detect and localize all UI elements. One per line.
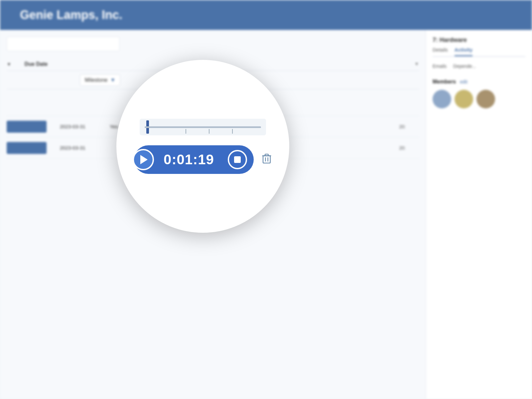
timer-row: 0:01:19: [134, 145, 272, 174]
sub-tabs-row: Emails Depende...: [433, 64, 525, 69]
col-due-date: Due Date: [25, 61, 48, 67]
row-bar-2: [7, 142, 47, 154]
timer-time-display: 0:01:19: [154, 152, 224, 168]
timeline-bar: [145, 126, 261, 128]
row-milestone-1: Yes: [110, 124, 118, 129]
timeline-tick-2: [209, 129, 209, 134]
timer-inner: 0:01:19: [118, 105, 287, 187]
row-date-2: 2023-03-31: [60, 145, 103, 151]
timer-display: 0:01:19: [134, 145, 254, 174]
hardware-title: 7: Hardware: [433, 37, 525, 44]
timer-play-button[interactable]: [133, 149, 154, 170]
timer-delete-button[interactable]: [262, 153, 272, 167]
right-panel: 7: Hardware Details Activity Emails Depe…: [426, 30, 532, 399]
avatar-1: [433, 90, 451, 108]
row-date-1: 2023-03-31: [60, 124, 103, 129]
play-icon: [140, 155, 148, 164]
svg-rect-0: [263, 156, 270, 163]
milestone-funnel-icon: ▼: [110, 77, 115, 83]
milestone-label: Milestone: [85, 77, 107, 83]
app-header: Genie Lamps, Inc.: [0, 0, 532, 30]
stop-icon: [234, 156, 241, 163]
members-section: Members edit: [433, 79, 525, 108]
tab-details[interactable]: Details: [433, 47, 448, 56]
circle-timeline: [140, 119, 266, 135]
avatar-3: [476, 90, 495, 108]
milestone-badge[interactable]: Milestone ▼: [80, 74, 120, 86]
tab-activity[interactable]: Activity: [455, 47, 472, 56]
sub-tab-emails[interactable]: Emails: [433, 64, 447, 69]
timeline-tick-3: [232, 129, 233, 134]
members-header: Members edit: [433, 79, 525, 85]
col-filter-right: ▼: [414, 61, 419, 67]
row-num-2: 20:: [399, 145, 406, 151]
row-bar-1: [7, 121, 47, 133]
timer-stop-button[interactable]: [228, 150, 247, 169]
filter-icon-col: ▼: [7, 61, 11, 67]
company-name: Genie Lamps, Inc.: [20, 8, 122, 22]
avatar-2: [455, 90, 473, 108]
tabs-row: Details Activity: [433, 47, 525, 57]
row-num-1: 20:: [399, 124, 406, 129]
svg-rect-2: [265, 154, 268, 156]
timeline-tick-1: [186, 129, 186, 134]
members-label: Members: [433, 79, 456, 85]
filter-funnel-icon: ▼: [7, 62, 11, 67]
main-area: ▼ Due Date ▼ Milestone ▼ 2023-03-31: [0, 30, 532, 399]
sub-tab-depende[interactable]: Depende...: [453, 64, 476, 69]
search-bar[interactable]: [7, 37, 120, 51]
timer-popup: 0:01:19: [116, 60, 289, 233]
edit-members-link[interactable]: edit: [460, 79, 467, 84]
avatars-row: [433, 90, 525, 108]
